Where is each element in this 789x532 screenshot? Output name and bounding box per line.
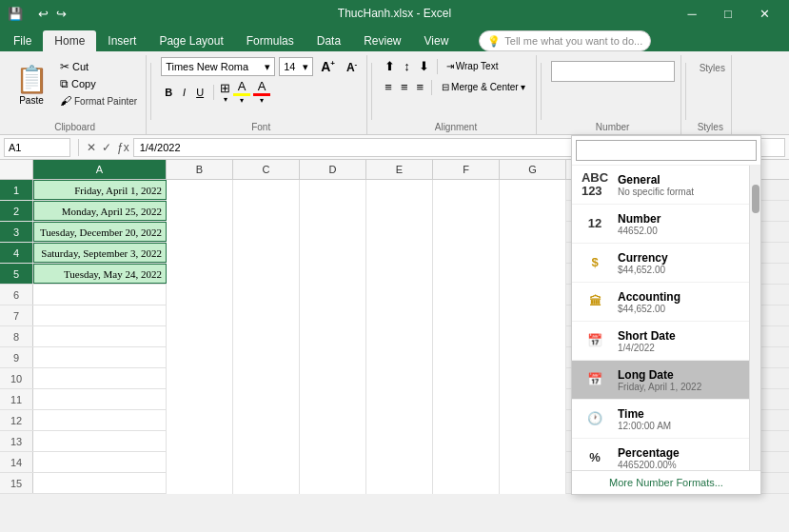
col-header-B[interactable]: B [167,160,233,179]
format-painter-button[interactable]: 🖌 Format Painter [57,93,140,108]
cell-C13[interactable] [233,431,300,452]
cell-B2[interactable] [167,201,233,222]
cell-D6[interactable] [300,285,366,305]
cell-A10[interactable] [33,368,167,388]
cell-G6[interactable] [500,285,566,305]
cancel-formula-icon[interactable]: ✕ [87,141,96,154]
cell-E15[interactable] [366,473,433,494]
tab-home[interactable]: Home [43,30,96,51]
cell-D13[interactable] [300,431,366,452]
format-item-percentage[interactable]: %Percentage4465200.00% [572,439,760,470]
cell-A9[interactable] [33,347,167,367]
close-button[interactable]: ✕ [747,0,781,27]
cell-B13[interactable] [167,431,233,452]
cell-D15[interactable] [300,473,366,494]
cell-D11[interactable] [300,389,366,410]
row-number[interactable]: 14 [0,452,33,472]
align-middle-button[interactable]: ↕ [401,57,413,75]
row-number[interactable]: 12 [0,410,33,430]
cell-G5[interactable] [500,264,566,285]
cell-F15[interactable] [433,473,500,494]
wrap-text-button[interactable]: ⇥ Wrap Text [443,59,503,73]
row-number[interactable]: 13 [0,431,33,451]
cut-button[interactable]: ✂ Cut [57,59,140,74]
cell-F2[interactable] [433,201,500,222]
row-number[interactable]: 5 [0,264,33,284]
cell-D3[interactable] [300,222,366,243]
font-size-input[interactable]: 14 ▾ [279,57,313,76]
cell-F4[interactable] [433,243,500,264]
maximize-button[interactable]: □ [711,0,745,27]
cell-B11[interactable] [167,389,233,410]
cell-B3[interactable] [167,222,233,243]
more-formats-button[interactable]: More Number Formats... [572,470,760,494]
font-name-input[interactable]: Times New Roma ▾ [161,57,275,76]
tab-data[interactable]: Data [306,30,352,51]
cell-G11[interactable] [500,389,566,410]
cell-B6[interactable] [167,285,233,305]
cell-D1[interactable] [300,180,366,201]
cell-B10[interactable] [167,368,233,389]
cell-A6[interactable] [33,285,167,305]
cell-D4[interactable] [300,243,366,264]
merge-center-button[interactable]: ⊟ Merge & Center ▾ [437,79,530,95]
cell-E13[interactable] [366,431,433,452]
cell-C9[interactable] [233,347,300,368]
cell-A1[interactable]: Friday, April 1, 2022 [33,180,167,200]
row-number[interactable]: 3 [0,222,33,242]
format-item-currency[interactable]: $Currency$44,652.00 [572,244,760,283]
col-header-F[interactable]: F [433,160,500,179]
cell-D7[interactable] [300,305,366,326]
cell-B14[interactable] [167,452,233,473]
cell-E8[interactable] [366,326,433,347]
row-number[interactable]: 11 [0,389,33,409]
row-number[interactable]: 4 [0,243,33,263]
cell-F6[interactable] [433,285,500,305]
cell-C12[interactable] [233,410,300,431]
col-header-C[interactable]: C [233,160,300,179]
cell-E5[interactable] [366,264,433,285]
cell-A3[interactable]: Tuesday, December 20, 2022 [33,222,167,242]
tab-review[interactable]: Review [352,30,412,51]
cell-reference-box[interactable]: A1 [4,138,70,157]
row-number[interactable]: 9 [0,347,33,367]
tab-view[interactable]: View [413,30,461,51]
cell-D9[interactable] [300,347,366,368]
cell-E1[interactable] [366,180,433,201]
cell-E4[interactable] [366,243,433,264]
italic-button[interactable]: I [179,86,189,99]
cell-A13[interactable] [33,431,167,451]
col-header-E[interactable]: E [366,160,433,179]
cell-E12[interactable] [366,410,433,431]
cell-C8[interactable] [233,326,300,347]
row-number[interactable]: 6 [0,285,33,305]
row-number[interactable]: 1 [0,180,33,200]
cell-A11[interactable] [33,389,167,409]
cell-E6[interactable] [366,285,433,305]
row-number[interactable]: 7 [0,305,33,325]
row-number[interactable]: 15 [0,473,33,493]
cell-D8[interactable] [300,326,366,347]
align-bottom-button[interactable]: ⬇ [416,57,432,75]
format-scrollbar[interactable] [749,166,760,470]
cell-G10[interactable] [500,368,566,389]
cell-F14[interactable] [433,452,500,473]
cell-F5[interactable] [433,264,500,285]
cell-F9[interactable] [433,347,500,368]
cell-A8[interactable] [33,326,167,346]
cell-F13[interactable] [433,431,500,452]
cell-C2[interactable] [233,201,300,222]
cell-C10[interactable] [233,368,300,389]
font-grow-button[interactable]: A+ [317,58,339,75]
row-number[interactable]: 2 [0,201,33,221]
cell-G14[interactable] [500,452,566,473]
cell-G12[interactable] [500,410,566,431]
cell-D12[interactable] [300,410,366,431]
row-number[interactable]: 8 [0,326,33,346]
col-header-D[interactable]: D [300,160,366,179]
undo-icon[interactable]: ↩ [36,5,50,23]
minimize-button[interactable]: ─ [675,0,709,27]
cell-E11[interactable] [366,389,433,410]
cell-G4[interactable] [500,243,566,264]
cell-B5[interactable] [167,264,233,285]
